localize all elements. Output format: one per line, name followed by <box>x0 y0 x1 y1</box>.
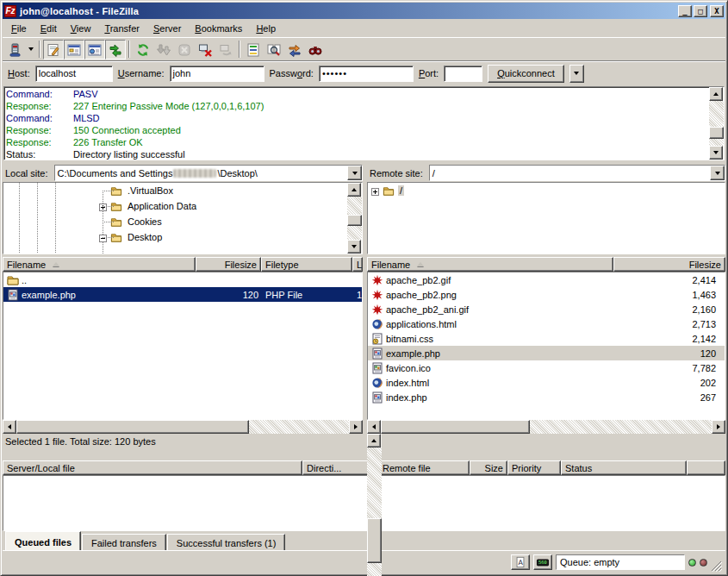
scroll-up-icon[interactable] <box>709 87 723 101</box>
transfer-type-icon[interactable]: A <box>511 554 530 570</box>
local-hscrollbar[interactable] <box>3 420 363 434</box>
menu-item-bookmarks[interactable]: Bookmarks <box>188 22 249 35</box>
port-input[interactable] <box>444 66 482 82</box>
site-manager-button[interactable] <box>4 40 25 59</box>
local-site-combo[interactable]: C:\Documents and Settings\Desktop\ <box>54 165 363 181</box>
scroll-thumb[interactable] <box>16 420 249 434</box>
menu-item-edit[interactable]: Edit <box>34 22 64 35</box>
directory-comparison-button[interactable] <box>264 40 284 59</box>
log-line-text: MLSD <box>73 112 100 124</box>
scroll-up-icon[interactable] <box>367 434 381 448</box>
username-input[interactable]: john <box>170 66 264 82</box>
file-row[interactable]: example.php120PHP File1 <box>3 287 362 302</box>
file-row[interactable]: apache_pb2_ani.gif2,160 <box>368 302 725 316</box>
scroll-left-icon[interactable] <box>367 420 381 434</box>
local-tree-scrollbar[interactable] <box>347 183 362 254</box>
message-log-scrollbar[interactable] <box>709 87 724 160</box>
combo-dropdown-icon[interactable] <box>347 166 362 180</box>
column-header-status[interactable]: Status <box>561 460 687 475</box>
quickconnect-button[interactable]: Quickconnect <box>488 65 564 83</box>
column-header-l[interactable]: L <box>352 257 363 272</box>
reconnect-button[interactable] <box>215 40 236 59</box>
menu-item-transfer[interactable]: Transfer <box>97 22 146 35</box>
file-row[interactable]: index.html202 <box>368 375 725 390</box>
scroll-thumb[interactable] <box>381 420 530 434</box>
column-header-priority[interactable]: Priority <box>507 460 561 475</box>
file-row[interactable]: applications.html2,713 <box>368 316 725 331</box>
scroll-thumb[interactable] <box>367 518 382 563</box>
scroll-down-icon[interactable] <box>709 146 723 160</box>
column-header-spacer[interactable] <box>687 460 725 475</box>
process-queue-button[interactable] <box>153 40 174 59</box>
password-input[interactable]: •••••• <box>319 66 414 82</box>
queue-splitter[interactable] <box>3 454 725 460</box>
file-row[interactable]: index.php267 <box>368 390 725 404</box>
scroll-down-icon[interactable] <box>347 240 361 254</box>
tab-queued-files[interactable]: Queued files <box>5 531 81 550</box>
remote-list-scrollbar[interactable] <box>367 434 382 576</box>
tree-item-desktop[interactable]: Desktop <box>3 229 347 245</box>
file-row[interactable]: favicon.ico7,782 <box>368 360 725 375</box>
find-files-button[interactable] <box>305 40 326 59</box>
tab-successful-transfers-1-[interactable]: Successful transfers (1) <box>167 534 286 550</box>
cancel-operation-button[interactable] <box>174 40 195 59</box>
column-header-size[interactable]: Size <box>470 460 507 475</box>
disconnect-button[interactable] <box>195 40 215 59</box>
menu-item-help[interactable]: Help <box>249 22 283 35</box>
local-file-list: ..example.php120PHP File1 <box>3 272 363 420</box>
column-header-filetype[interactable]: Filetype <box>261 257 352 272</box>
tree-item--virtualbox[interactable]: .VirtualBox <box>3 183 347 198</box>
combo-dropdown-icon[interactable] <box>710 166 725 180</box>
tree-item-cookies[interactable]: Cookies <box>3 214 347 229</box>
remote-site-combo[interactable]: / <box>429 165 725 181</box>
toggle-message-log-button[interactable] <box>43 40 64 59</box>
menu-item-server[interactable]: Server <box>146 22 188 35</box>
file-row[interactable]: apache_pb2.png1,463 <box>368 287 725 302</box>
toolbar-dropdown-icon[interactable] <box>25 40 36 59</box>
scroll-right-icon[interactable] <box>349 420 363 434</box>
expand-icon[interactable] <box>371 187 379 195</box>
cancel-operation-icon <box>177 43 190 55</box>
tree-item-root[interactable]: / <box>368 183 725 198</box>
remote-hscrollbar[interactable] <box>367 420 725 434</box>
host-input[interactable]: localhost <box>35 66 113 82</box>
scroll-thumb[interactable] <box>709 127 724 139</box>
remote-path-value[interactable]: / <box>430 166 710 180</box>
menu-item-file[interactable]: File <box>4 22 34 35</box>
scroll-thumb[interactable] <box>347 215 362 226</box>
tab-failed-transfers[interactable]: Failed transfers <box>82 534 166 550</box>
column-header-filename[interactable]: Filename <box>3 257 196 272</box>
quickconnect-dropdown-icon[interactable] <box>569 65 584 83</box>
refresh-button[interactable] <box>133 40 153 59</box>
file-modified-cell: 1 <box>353 287 362 302</box>
column-header-remote-file[interactable]: Remote file <box>378 460 470 475</box>
tree-guide-line <box>103 222 115 222</box>
scroll-left-icon[interactable] <box>3 420 16 434</box>
file-row[interactable]: bitnami.css2,142 <box>368 331 725 346</box>
column-header-filename[interactable]: Filename <box>367 257 613 272</box>
column-header-filesize[interactable]: Filesize <box>196 257 261 272</box>
file-row[interactable]: .. <box>3 272 362 287</box>
column-header-filesize[interactable]: Filesize <box>613 257 725 272</box>
resize-grip-icon[interactable] <box>711 560 722 572</box>
minimize-button[interactable]: _ <box>678 5 692 17</box>
speed-limit-icon[interactable]: 560 <box>533 554 552 570</box>
file-name-cell: applications.html <box>368 316 614 331</box>
status-bar: A 560 Queue: empty <box>3 551 725 573</box>
close-button[interactable]: X <box>710 5 724 17</box>
local-file-list-header: FilenameFilesizeFiletypeL <box>3 257 363 272</box>
toggle-local-tree-button[interactable] <box>64 40 84 59</box>
maximize-button[interactable]: □ <box>694 5 707 17</box>
toggle-remote-tree-button[interactable] <box>84 40 105 59</box>
menu-item-view[interactable]: View <box>64 22 98 35</box>
tree-item-application-data[interactable]: Application Data <box>3 198 347 214</box>
file-row[interactable]: example.php120 <box>368 346 725 360</box>
file-row[interactable]: apache_pb2.gif2,414 <box>368 272 725 287</box>
synchronized-browsing-button[interactable] <box>284 40 305 59</box>
scroll-right-icon[interactable] <box>712 420 725 434</box>
filter-button[interactable] <box>243 40 264 59</box>
toggle-transfer-queue-button[interactable] <box>105 40 126 59</box>
column-header-server-local-file[interactable]: Server/Local file <box>3 460 302 475</box>
scroll-up-icon[interactable] <box>347 183 361 197</box>
local-path-value[interactable]: C:\Documents and Settings\Desktop\ <box>55 166 347 180</box>
